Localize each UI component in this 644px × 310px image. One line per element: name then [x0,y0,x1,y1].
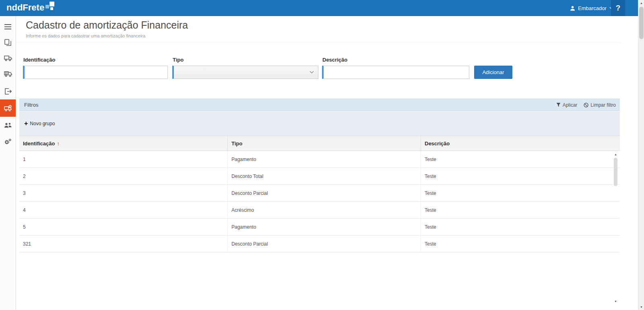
page-scrollbar[interactable]: ▲ ▼ [638,0,644,310]
sidebar-item-freight[interactable] [0,50,16,66]
page-title: Cadastro de amortização Financeira [26,19,188,31]
table-row[interactable]: 2Desconto TotalTeste [19,168,620,185]
brand-squares-icon [45,2,54,13]
truck-delivery-icon [4,70,12,77]
table-cell: Teste [421,202,620,218]
sidebar-item-settings[interactable] [0,134,16,150]
scroll-down-icon[interactable]: ▼ [638,304,644,310]
users-icon [4,122,12,128]
sidebar [0,16,16,310]
table-cell: Teste [421,185,620,201]
scroll-down-icon[interactable]: ▼ [613,298,619,304]
header-divider [16,42,620,42]
table-scrollbar-thumb[interactable] [614,158,617,186]
top-header: nddFrete Embarcador ? [0,0,644,16]
descricao-label: Descrição [322,57,347,63]
page-subtitle: Informe os dados para cadastrar uma amor… [26,33,145,38]
sort-ascending-icon: ↑ [57,141,60,147]
new-group-button[interactable]: + Novo grupo [24,120,55,127]
table-cell: Desconto Parcial [227,185,421,201]
column-header-label: Identificação [23,141,55,147]
column-header-label: Tipo [231,141,242,147]
table-row[interactable]: 3Desconto ParcialTeste [19,185,620,202]
apply-filter-button[interactable]: Aplicar [556,102,578,108]
hamburger-menu-icon [4,24,11,29]
column-header-label: Descrição [425,141,450,147]
settings-gears-icon [4,138,12,145]
table-cell: Desconto Parcial [227,236,421,252]
table-cell: Pagamento [227,151,421,167]
user-icon [570,6,575,11]
brand-text: nddFrete [6,2,44,13]
help-button[interactable]: ? [611,0,625,16]
table-row[interactable]: 4AcréscimoTeste [19,202,620,219]
table-scrollbar[interactable]: ▲ ▼ [613,151,619,304]
table-cell: 2 [19,168,227,184]
table-row[interactable]: 1PagamentoTeste [19,151,620,168]
table-cell: Pagamento [227,219,421,235]
adicionar-button[interactable]: Adicionar [474,66,512,79]
identificacao-label: Identificação [23,57,55,63]
apply-filter-label: Aplicar [563,102,578,108]
column-header-descricao[interactable]: Descrição [421,136,620,151]
table-row[interactable]: 5PagamentoTeste [19,219,620,236]
table-cell: Teste [421,168,620,184]
sidebar-item-documents[interactable] [0,34,16,50]
user-menu[interactable]: Embarcador [567,0,616,16]
clear-filter-label: Limpar filtro [590,102,616,108]
column-header-tipo[interactable]: Tipo [227,136,421,151]
table-header: Identificação ↑ Tipo Descrição [19,136,620,151]
table-cell: Teste [421,151,620,167]
table-row[interactable]: 321Desconto ParcialTeste [19,236,620,252]
plus-icon: + [24,120,28,127]
logout-icon [4,88,12,95]
sidebar-item-delivery[interactable] [0,66,16,82]
funnel-icon [556,103,561,107]
main-content: Cadastro de amortização Financeira Infor… [16,16,638,310]
descricao-input[interactable] [322,66,469,79]
sidebar-toggle-button[interactable] [0,19,16,35]
tipo-label: Tipo [173,57,184,63]
circle-slash-icon [584,103,588,107]
table-cell: 321 [19,236,227,252]
tipo-select[interactable] [172,66,318,79]
sidebar-item-exit[interactable] [0,83,16,99]
documents-icon [4,39,11,46]
brand-logo[interactable]: nddFrete [6,2,54,13]
column-header-identificacao[interactable]: Identificação ↑ [19,136,227,151]
table-cell: 4 [19,202,227,218]
sidebar-item-users[interactable] [0,117,16,133]
filters-title: Filtros [19,102,38,108]
table-cell: Teste [421,219,620,235]
table-cell: Teste [421,236,620,252]
user-menu-label: Embarcador [578,5,607,11]
sidebar-item-financial-amortization[interactable] [0,99,16,117]
identificacao-input[interactable] [23,66,168,79]
page-scrollbar-thumb[interactable] [639,7,644,39]
clear-filter-button[interactable]: Limpar filtro [584,102,616,108]
table-cell: 5 [19,219,227,235]
freight-payment-icon [4,105,12,112]
table-cell: Acréscimo [227,202,421,218]
table-cell: Desconto Total [227,168,421,184]
select-chevron-icon [310,71,314,74]
scroll-up-icon[interactable]: ▲ [638,0,644,6]
scroll-up-icon[interactable]: ▲ [613,151,619,157]
truck-icon [4,55,12,61]
table-body: 1PagamentoTeste2Desconto TotalTeste3Desc… [19,151,620,252]
table-cell: 3 [19,185,227,201]
table-cell: 1 [19,151,227,167]
filters-bar: Filtros Aplicar Limpar filtro [19,99,620,111]
filter-group-area: + Novo grupo [19,112,620,136]
new-group-label: Novo grupo [30,121,55,126]
